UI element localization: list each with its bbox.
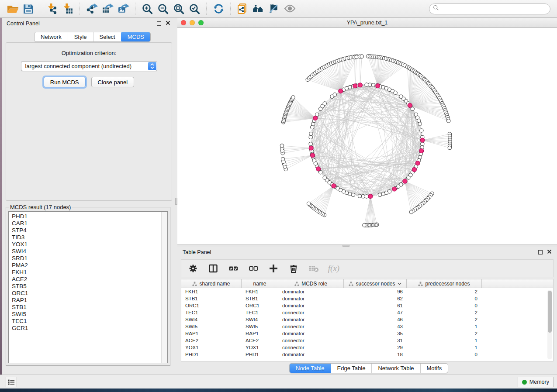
column-header-MCDS-role[interactable]: MCDS role	[278, 279, 344, 288]
visual-properties-button[interactable]	[266, 1, 282, 16]
cell-MCDS-role[interactable]: connector	[278, 338, 344, 343]
cell-predecessor-nodes[interactable]: 0	[407, 352, 482, 357]
zoom-out-button[interactable]	[155, 1, 171, 16]
cell-predecessor-nodes[interactable]: 1	[407, 324, 482, 329]
criterion-select[interactable]: largest connected component (undirected)	[21, 61, 157, 71]
cell-shared-name[interactable]: ACE2	[181, 338, 242, 343]
graph-node[interactable]	[309, 135, 312, 139]
graph-leaf-node[interactable]	[281, 157, 284, 161]
settings-button[interactable]	[187, 263, 199, 274]
graph-hub-node[interactable]	[420, 138, 425, 142]
graph-node[interactable]	[358, 194, 361, 198]
tab-network-table[interactable]: Network Table	[371, 364, 420, 373]
close-panel-icon[interactable]	[547, 249, 552, 255]
graph-node[interactable]	[421, 142, 424, 146]
cell-predecessor-nodes[interactable]: 2	[407, 317, 482, 322]
network-from-file-button[interactable]	[235, 1, 250, 16]
graph-hub-node[interactable]	[311, 153, 315, 158]
graph-hub-node[interactable]	[368, 194, 373, 199]
tab-motifs[interactable]: Motifs	[420, 364, 448, 373]
cell-name[interactable]: ORC1	[242, 303, 278, 308]
mcds-result-item[interactable]: CAR1	[12, 220, 167, 227]
tab-edge-table[interactable]: Edge Table	[331, 364, 372, 373]
open-file-button[interactable]	[4, 1, 20, 16]
graph-hub-node[interactable]	[316, 167, 321, 171]
column-header-shared-name[interactable]: shared name	[181, 279, 242, 288]
mcds-result-item[interactable]: PHD1	[12, 213, 167, 220]
mcds-result-item[interactable]: STB5	[12, 283, 167, 290]
cell-predecessor-nodes[interactable]: 2	[407, 331, 482, 336]
cell-shared-name[interactable]: YOX1	[181, 345, 242, 350]
graph-leaf-node[interactable]	[447, 119, 450, 123]
tab-network[interactable]: Network	[35, 32, 68, 41]
cell-successor-nodes[interactable]: 96	[344, 289, 407, 294]
graph-leaf-node[interactable]	[307, 202, 310, 205]
table-row[interactable]: TEC1TEC1connector472	[181, 309, 553, 316]
float-panel-icon[interactable]	[538, 250, 543, 254]
cell-successor-nodes[interactable]: 43	[344, 324, 407, 329]
search-box[interactable]	[429, 3, 550, 14]
cell-successor-nodes[interactable]: 29	[344, 345, 407, 350]
scrollbar-thumb[interactable]	[548, 291, 552, 333]
tab-select[interactable]: Select	[93, 32, 121, 41]
column-header-name[interactable]: name	[242, 279, 278, 288]
cell-predecessor-nodes[interactable]: 2	[407, 310, 482, 315]
cell-shared-name[interactable]: PHD1	[181, 352, 242, 357]
refresh-layout-button[interactable]	[211, 1, 226, 16]
zoom-in-button[interactable]	[139, 1, 155, 16]
import-table-button[interactable]	[60, 1, 76, 16]
graph-leaf-node[interactable]	[363, 224, 366, 227]
graph-node[interactable]	[420, 129, 423, 132]
cell-shared-name[interactable]: SWI4	[181, 317, 242, 322]
column-header-predecessor-nodes[interactable]: predecessor nodes	[407, 279, 482, 288]
mcds-result-item[interactable]: SWI5	[12, 311, 167, 318]
zoom-fit-button[interactable]	[171, 1, 187, 16]
column-header-successor-nodes[interactable]: successor nodes	[344, 279, 407, 288]
graph-node[interactable]	[378, 193, 381, 196]
graph-hub-node[interactable]	[332, 184, 336, 188]
graph-node[interactable]	[371, 83, 375, 87]
search-input[interactable]	[439, 6, 547, 12]
cell-MCDS-role[interactable]: connector	[278, 310, 344, 315]
table-row[interactable]: SWI4SWI4dominator462	[181, 316, 553, 323]
cell-name[interactable]: SWI4	[242, 317, 278, 322]
graph-node[interactable]	[411, 107, 414, 110]
tab-node-table[interactable]: Node Table	[289, 363, 331, 373]
memory-button[interactable]: Memory	[518, 377, 554, 387]
graph-node[interactable]	[323, 176, 326, 179]
cell-successor-nodes[interactable]: 47	[344, 310, 407, 315]
graph-leaf-node[interactable]	[360, 55, 363, 58]
graph-node[interactable]	[365, 195, 368, 198]
cell-predecessor-nodes[interactable]: 0	[407, 303, 482, 308]
close-panel-button[interactable]: Close panel	[91, 77, 135, 87]
graph-hub-node[interactable]	[408, 103, 412, 107]
graph-hub-node[interactable]	[392, 187, 397, 191]
graph-node[interactable]	[418, 122, 422, 126]
table-row[interactable]: STB1STB1dominator620	[181, 295, 553, 302]
mcds-result-item[interactable]: STB1	[12, 304, 167, 311]
cell-successor-nodes[interactable]: 35	[344, 331, 407, 336]
cell-shared-name[interactable]: STB1	[181, 296, 242, 301]
cell-name[interactable]: TEC1	[242, 310, 278, 315]
cell-MCDS-role[interactable]: connector	[278, 324, 344, 329]
cell-MCDS-role[interactable]: dominator	[278, 331, 344, 336]
cell-successor-nodes[interactable]: 31	[344, 338, 407, 343]
show-graphics-details-button[interactable]	[282, 1, 298, 16]
graph-hub-node[interactable]	[358, 83, 363, 87]
graph-hub-node[interactable]	[309, 146, 313, 150]
task-history-button[interactable]	[6, 377, 17, 387]
cell-MCDS-role[interactable]: dominator	[278, 289, 344, 294]
mcds-result-item[interactable]: RAP1	[12, 297, 167, 304]
mcds-list-scrollbar[interactable]	[161, 212, 167, 363]
mcds-result-item[interactable]: ACE2	[12, 276, 167, 283]
table-row[interactable]: SWI5SWI5connector431	[181, 323, 553, 330]
cell-name[interactable]: STB1	[242, 296, 278, 301]
table-row[interactable]: YOX1YOX1connector291	[181, 344, 553, 351]
graph-node[interactable]	[323, 102, 326, 105]
show-overview-button[interactable]	[250, 1, 266, 16]
cell-successor-nodes[interactable]: 18	[344, 352, 407, 357]
mcds-result-item[interactable]: STP4	[12, 227, 167, 234]
mcds-result-item[interactable]: SRD1	[12, 255, 167, 262]
cell-name[interactable]: PHD1	[242, 352, 278, 357]
mcds-result-item[interactable]: YOX1	[12, 241, 167, 248]
